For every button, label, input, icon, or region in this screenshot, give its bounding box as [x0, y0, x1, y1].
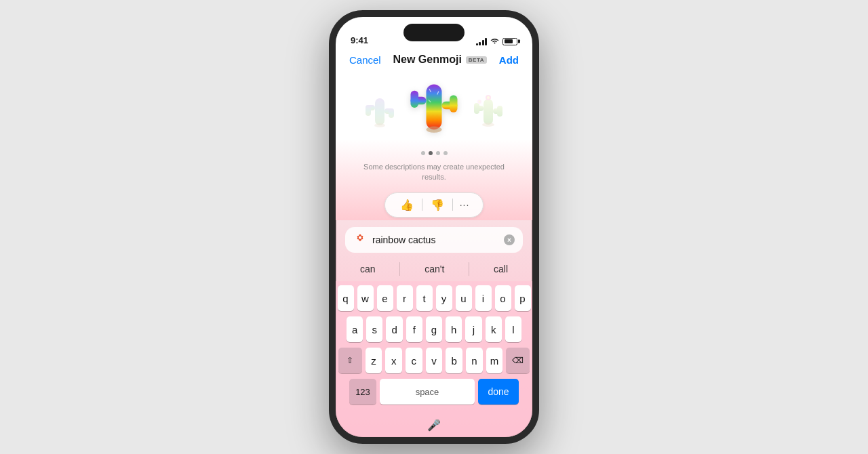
signal-bar-1 [476, 43, 478, 45]
carousel-dots [421, 151, 448, 155]
autocomplete-divider-1 [399, 262, 400, 276]
key-o[interactable]: o [495, 285, 511, 311]
search-row: rainbow cactus × [336, 220, 532, 258]
key-h[interactable]: h [446, 316, 462, 342]
svg-rect-2 [366, 105, 371, 116]
clear-search-button[interactable]: × [504, 234, 515, 245]
key-x[interactable]: x [385, 348, 402, 373]
key-k[interactable]: k [486, 316, 502, 342]
autocomplete-can[interactable]: can [349, 261, 387, 277]
keyboard: q w e r t y u i o p a s d f g [336, 281, 532, 413]
key-t[interactable]: t [416, 285, 433, 311]
dot-1 [421, 151, 425, 155]
svg-rect-4 [389, 108, 394, 118]
disclaimer-text: Some descriptions may create unexpected … [336, 162, 532, 183]
space-key[interactable]: space [380, 379, 475, 405]
svg-point-24 [482, 123, 494, 127]
keyboard-section: rainbow cactus × can can't call q w e [336, 220, 532, 437]
svg-point-5 [374, 123, 385, 127]
nav-title: New Genmoji BETA [393, 54, 487, 66]
status-time: 9:41 [351, 35, 368, 47]
microphone-icon[interactable]: 🎤 [427, 419, 441, 432]
svg-rect-17 [474, 103, 479, 114]
svg-point-14 [427, 127, 442, 133]
key-d[interactable]: d [386, 316, 402, 342]
key-l[interactable]: l [505, 316, 521, 342]
genmoji-logo-icon [353, 233, 367, 247]
key-v[interactable]: v [426, 348, 443, 373]
key-j[interactable]: j [465, 316, 481, 342]
battery-fill [505, 39, 513, 43]
keyboard-row-2: a s d f g h j k l [338, 316, 530, 342]
shift-key[interactable]: ⇧ [338, 348, 362, 373]
svg-rect-8 [411, 91, 419, 108]
emoji-carousel[interactable] [342, 79, 526, 147]
key-g[interactable]: g [426, 316, 442, 342]
dot-2-active [429, 151, 433, 155]
content-area: Some descriptions may create unexpected … [336, 73, 532, 220]
delete-key[interactable]: ⌫ [506, 348, 530, 373]
beta-badge: BETA [466, 56, 487, 64]
cancel-button[interactable]: Cancel [349, 54, 381, 66]
status-icons [476, 37, 518, 47]
autocomplete-row: can can't call [336, 258, 532, 281]
bottom-bar: 🎤 [336, 413, 532, 437]
feedback-bar: 👍 👎 ··· [384, 192, 484, 218]
signal-bar-2 [479, 42, 481, 45]
key-q[interactable]: q [338, 285, 354, 311]
svg-rect-6 [427, 84, 442, 129]
key-a[interactable]: a [347, 316, 363, 342]
key-p[interactable]: p [515, 285, 531, 311]
key-i[interactable]: i [475, 285, 492, 311]
key-z[interactable]: z [366, 348, 382, 373]
signal-bar-3 [482, 40, 484, 45]
more-options-button[interactable]: ··· [456, 198, 474, 211]
battery-icon [502, 38, 517, 45]
key-y[interactable]: y [436, 285, 452, 311]
emoji-option-left[interactable] [356, 86, 403, 140]
key-c[interactable]: c [406, 348, 422, 373]
done-key[interactable]: done [478, 379, 519, 405]
numbers-key[interactable]: 123 [349, 379, 376, 405]
svg-rect-0 [375, 98, 384, 125]
feedback-divider-2 [452, 199, 453, 211]
search-input-box: rainbow cactus × [345, 227, 523, 253]
svg-rect-19 [497, 106, 502, 117]
thumbs-up-button[interactable]: 👍 [395, 197, 419, 213]
key-m[interactable]: m [486, 348, 503, 373]
key-f[interactable]: f [406, 316, 422, 342]
phone-frame: 9:41 [329, 10, 539, 444]
search-input[interactable]: rainbow cactus [372, 234, 498, 245]
key-b[interactable]: b [446, 348, 462, 373]
wifi-icon [490, 37, 499, 45]
keyboard-row-1: q w e r t y u i o p [338, 285, 530, 311]
cactus-left-icon [363, 88, 397, 138]
svg-point-23 [479, 101, 481, 103]
autocomplete-cant[interactable]: can't [414, 261, 455, 277]
key-u[interactable]: u [456, 285, 472, 311]
feedback-divider [422, 199, 422, 211]
svg-rect-15 [484, 99, 493, 125]
add-button[interactable]: Add [499, 54, 519, 66]
rainbow-cactus-icon [408, 75, 460, 152]
emoji-option-center[interactable] [407, 82, 462, 144]
keyboard-row-3: ⇧ z x c v b n m ⌫ [338, 348, 530, 373]
key-e[interactable]: e [377, 285, 393, 311]
dot-4 [443, 151, 448, 155]
dynamic-island [403, 24, 465, 41]
autocomplete-call[interactable]: call [483, 261, 519, 277]
thumbs-down-button[interactable]: 👎 [425, 197, 450, 213]
key-r[interactable]: r [397, 285, 413, 311]
emoji-option-right[interactable] [465, 86, 512, 140]
dot-3 [436, 151, 440, 155]
key-n[interactable]: n [466, 348, 483, 373]
autocomplete-divider-2 [469, 262, 469, 276]
signal-bar-4 [485, 38, 487, 45]
key-s[interactable]: s [366, 316, 382, 342]
cactus-right-icon [471, 88, 506, 138]
svg-point-21 [487, 96, 490, 99]
svg-point-25 [359, 236, 361, 239]
svg-rect-10 [450, 96, 458, 112]
key-w[interactable]: w [357, 285, 374, 311]
keyboard-row-4: 123 space done [338, 379, 530, 405]
